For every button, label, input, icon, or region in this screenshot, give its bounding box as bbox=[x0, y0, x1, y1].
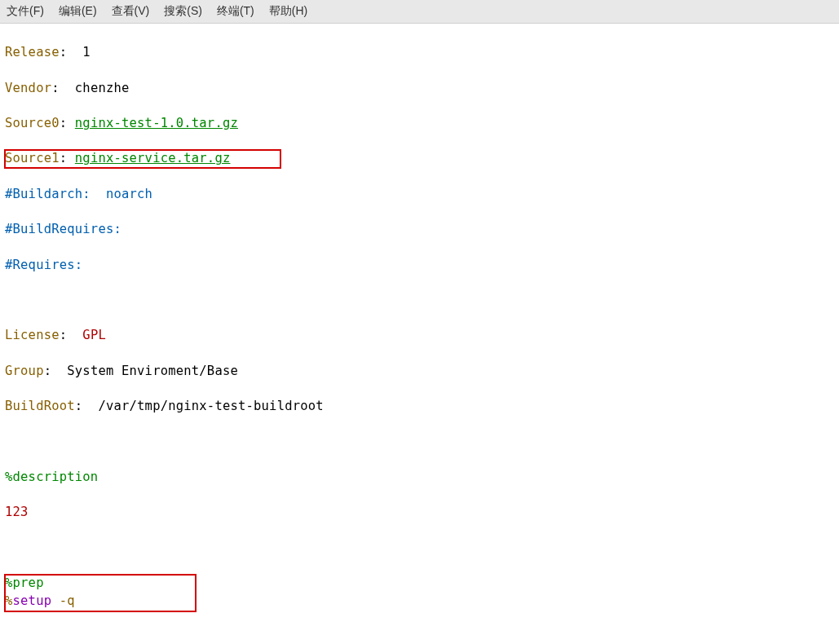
line-vendor: Vendor: chenzhe bbox=[5, 80, 834, 98]
editor-area[interactable]: Release: 1 Vendor: chenzhe Source0: ngin… bbox=[0, 24, 839, 644]
blank-line bbox=[5, 433, 834, 451]
line-source0: Source0: nginx-test-1.0.tar.gz bbox=[5, 115, 834, 133]
menu-file[interactable]: 文件(F) bbox=[7, 3, 44, 20]
line-buildroot: BuildRoot: /var/tmp/nginx-test-buildroot bbox=[5, 398, 834, 416]
line-description-body: 123 bbox=[5, 504, 834, 522]
line-release: Release: 1 bbox=[5, 44, 834, 62]
line-description: %description bbox=[5, 469, 834, 487]
line-license: License: GPL bbox=[5, 327, 834, 345]
prep-block-highlight: %prep %setup -q bbox=[5, 575, 196, 611]
menu-search[interactable]: 搜索(S) bbox=[164, 3, 202, 20]
blank-line bbox=[5, 540, 834, 558]
menu-view[interactable]: 查看(V) bbox=[112, 3, 150, 20]
blank-line bbox=[5, 629, 834, 644]
blank-line bbox=[5, 292, 834, 310]
menubar: 文件(F) 编辑(E) 查看(V) 搜索(S) 终端(T) 帮助(H) bbox=[0, 0, 839, 24]
line-group: Group: System Enviroment/Base bbox=[5, 363, 834, 381]
line-requires: #Requires: bbox=[5, 257, 834, 275]
menu-edit[interactable]: 编辑(E) bbox=[59, 3, 97, 20]
line-buildarch: #Buildarch: noarch bbox=[5, 186, 834, 204]
menu-help[interactable]: 帮助(H) bbox=[269, 3, 307, 20]
menu-terminal[interactable]: 终端(T) bbox=[217, 3, 254, 20]
line-buildrequires: #BuildRequires: bbox=[5, 221, 834, 239]
line-source1-highlight: Source1: nginx-service.tar.gz bbox=[5, 150, 280, 168]
